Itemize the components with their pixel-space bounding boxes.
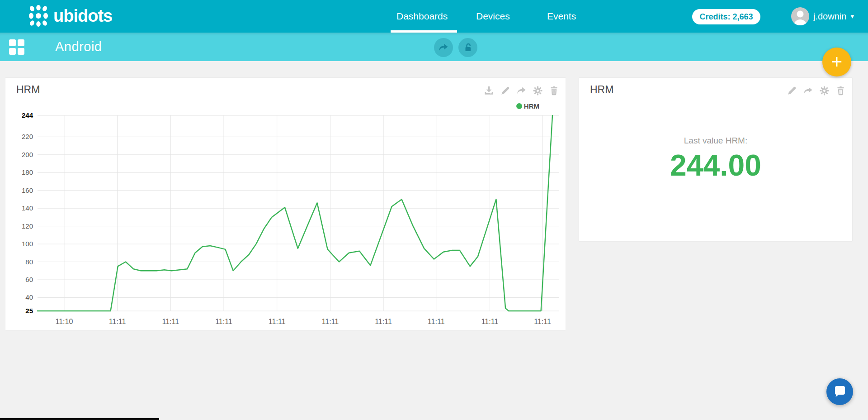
tab-dashboards-label: Dashboards: [396, 11, 448, 22]
lock-dashboard-button[interactable]: [458, 38, 477, 57]
share-icon: [803, 86, 813, 96]
svg-text:25: 25: [25, 307, 33, 315]
svg-text:11:11: 11:11: [269, 318, 286, 325]
grid-square: [9, 48, 16, 55]
pencil-icon: [787, 86, 797, 96]
svg-text:60: 60: [25, 276, 33, 283]
dashboard-title: Android: [55, 33, 102, 61]
add-widget-button[interactable]: +: [822, 48, 851, 76]
delete-button[interactable]: [835, 85, 846, 96]
chat-launcher-button[interactable]: [826, 378, 853, 405]
hrm-chart-widget: HRM: [5, 78, 566, 330]
chat-bubble-icon: [833, 385, 847, 399]
svg-text:11:11: 11:11: [109, 318, 126, 325]
svg-text:220: 220: [22, 133, 33, 140]
dashboards-grid-icon[interactable]: [9, 39, 24, 55]
window-edge-artifact: [0, 418, 159, 420]
share-dashboard-button[interactable]: [434, 38, 453, 57]
svg-text:11:11: 11:11: [162, 318, 179, 325]
credits-label: Credits: 2,663: [699, 12, 753, 22]
chevron-down-icon: ▾: [850, 12, 854, 20]
credits-badge[interactable]: Credits: 2,663: [692, 9, 760, 24]
svg-text:80: 80: [25, 258, 33, 266]
grid-square: [18, 39, 24, 46]
settings-button[interactable]: [819, 85, 830, 96]
top-navbar: ubidots Dashboards Devices Events Credit…: [0, 0, 868, 33]
hrm-value-widget: HRM: [579, 78, 852, 241]
ubidots-logo[interactable]: ubidots: [28, 4, 112, 28]
svg-text:120: 120: [22, 222, 33, 230]
svg-text:11:11: 11:11: [481, 318, 499, 325]
svg-text:140: 140: [22, 204, 33, 212]
dashboard-header: Android: [0, 33, 868, 61]
widget-toolbar: [786, 85, 846, 96]
hrm-line-chart[interactable]: 2442202001801601401201008060402511:1011:…: [5, 78, 566, 330]
svg-text:11:11: 11:11: [215, 318, 232, 325]
lock-open-icon: [462, 42, 473, 53]
svg-text:11:11: 11:11: [322, 318, 339, 325]
last-value-block: Last value HRM: 244.00: [579, 136, 852, 180]
share-widget-button[interactable]: [802, 85, 813, 96]
svg-text:100: 100: [22, 240, 33, 248]
svg-text:11:11: 11:11: [534, 318, 551, 325]
trash-icon: [835, 86, 846, 96]
svg-text:11:10: 11:10: [55, 318, 73, 325]
user-menu[interactable]: j.downin ▾: [791, 0, 854, 33]
avatar: [791, 7, 809, 25]
svg-text:40: 40: [25, 293, 33, 301]
tab-devices-label: Devices: [476, 11, 510, 22]
active-tab-underline: [391, 30, 457, 33]
widget-title: HRM: [590, 84, 613, 96]
username: j.downin: [813, 11, 846, 22]
tab-devices[interactable]: Devices: [476, 0, 510, 33]
tab-dashboards[interactable]: Dashboards: [396, 0, 448, 33]
svg-text:180: 180: [22, 168, 33, 176]
ubidots-dots-icon: [28, 4, 49, 28]
last-value: 244.00: [579, 150, 852, 180]
plus-icon: +: [831, 52, 843, 72]
last-value-caption: Last value HRM:: [579, 136, 852, 146]
person-icon: [791, 7, 809, 25]
svg-text:160: 160: [22, 186, 33, 194]
svg-text:11:11: 11:11: [428, 318, 445, 325]
edit-button[interactable]: [786, 85, 797, 96]
tab-events[interactable]: Events: [547, 0, 576, 33]
brand-name: ubidots: [53, 4, 112, 28]
grid-square: [9, 39, 16, 46]
svg-text:11:11: 11:11: [375, 318, 392, 325]
gear-icon: [819, 86, 830, 96]
grid-square: [18, 48, 24, 55]
svg-text:244: 244: [22, 111, 33, 119]
tab-events-label: Events: [547, 11, 576, 22]
share-icon: [438, 42, 449, 53]
svg-text:200: 200: [22, 151, 33, 158]
